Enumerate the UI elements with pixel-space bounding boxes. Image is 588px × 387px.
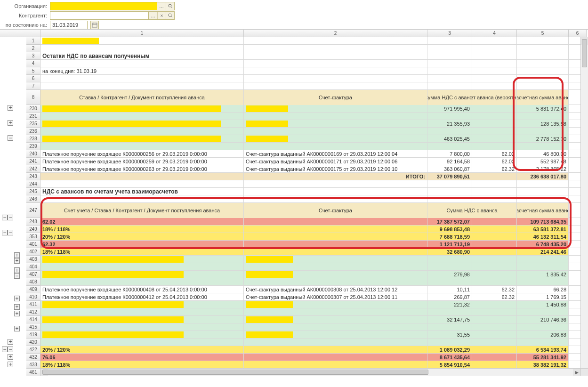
app-root: { "filters":{ "org_label":"Организация:"… (0, 0, 588, 387)
row-number[interactable]: 248 (26, 218, 40, 226)
collapse-btn[interactable]: − (8, 135, 13, 141)
row-number[interactable]: 403 (26, 256, 40, 263)
horizontal-scrollbar[interactable]: ◀ ▶ (40, 368, 580, 376)
row-number[interactable]: 409 (26, 286, 40, 293)
org-search-btn[interactable] (166, 2, 174, 10)
table-row (40, 143, 588, 150)
expand-btn[interactable]: + (14, 326, 20, 331)
row-number[interactable]: 231 (26, 113, 40, 120)
row-number[interactable]: 2 (26, 45, 40, 52)
table-row: 18% / 118%32 680,90214 241,46 (40, 248, 588, 256)
col-header[interactable]: 4 (472, 30, 517, 37)
col-header[interactable]: 1 (40, 30, 244, 37)
row-number[interactable]: 433 (26, 361, 40, 369)
row-number[interactable]: 7 (26, 82, 40, 90)
collapse-btn[interactable]: − (14, 273, 20, 279)
table-row: Счет учета / Ставка / Контрагент / Докум… (40, 203, 588, 218)
row-number[interactable]: 412 (26, 308, 40, 316)
row-number[interactable]: 3 (26, 52, 40, 60)
contr-input[interactable]: … × (50, 11, 175, 20)
row-number[interactable]: 241 (26, 158, 40, 165)
date-input[interactable]: 31.03.2019 (50, 21, 88, 29)
row-number[interactable]: 1 (26, 37, 40, 45)
row-number[interactable]: 240 (26, 150, 40, 158)
row-number[interactable]: 245 (26, 188, 40, 195)
expand-btn[interactable]: + (8, 105, 13, 111)
vertical-scrollbar[interactable]: ▲ ▼ (580, 37, 588, 376)
contr-clear-btn[interactable]: × (157, 12, 166, 19)
row-number[interactable]: 414 (26, 316, 40, 323)
calendar-btn[interactable] (90, 21, 99, 29)
scroll-right-btn[interactable]: ▶ (573, 369, 580, 376)
row-number[interactable]: 410 (26, 293, 40, 301)
hscroll-thumb[interactable] (42, 370, 428, 375)
row-number[interactable]: 401 (26, 241, 40, 248)
row-number[interactable]: 247 (26, 203, 40, 218)
row-number[interactable]: 239 (26, 143, 40, 150)
row-number[interactable]: 402 (26, 248, 40, 256)
expand-btn[interactable]: + (14, 304, 20, 310)
collapse-btn[interactable]: − (8, 347, 13, 352)
row-number[interactable]: 5 (26, 67, 40, 75)
table-row: на конец дня: 31.03.19 (40, 67, 588, 75)
org-input[interactable]: … (50, 2, 175, 10)
col-header[interactable]: 6 (569, 30, 587, 37)
expand-btn[interactable]: + (14, 311, 20, 316)
expand-btn[interactable]: + (8, 362, 13, 367)
col-header[interactable]: 5 (517, 30, 569, 37)
search-icon (168, 13, 173, 18)
row-number[interactable]: 419 (26, 331, 40, 339)
table-row: 32 147,75210 746,36 (40, 316, 588, 323)
col-header[interactable]: 3 (427, 30, 472, 37)
table-row (40, 180, 588, 188)
row-number[interactable]: 246 (26, 195, 40, 203)
expand-btn[interactable]: + (8, 339, 13, 345)
contr-select-btn[interactable]: … (149, 12, 157, 19)
row-number[interactable]: 6 (26, 75, 40, 82)
contr-search-btn[interactable] (166, 12, 174, 19)
table-row (40, 323, 588, 331)
row-number[interactable]: 4 (26, 60, 40, 67)
row-number[interactable]: 432 (26, 354, 40, 361)
row-number[interactable]: 353 (26, 233, 40, 241)
expand-btn[interactable]: + (14, 258, 20, 264)
row-number[interactable]: 236 (26, 128, 40, 135)
row-number[interactable]: 243 (26, 173, 40, 180)
table-row: 76.068 671 435,6455 281 341,92 (40, 354, 588, 361)
table-row (40, 60, 588, 67)
row-number[interactable]: 249 (26, 226, 40, 233)
row-number[interactable]: 244 (26, 180, 40, 188)
org-select-btn[interactable]: … (157, 2, 166, 10)
table-row: 18% / 118%9 698 853,4863 581 372,81 (40, 226, 588, 233)
expand-btn[interactable]: + (8, 120, 13, 126)
row-number[interactable]: 8 (26, 90, 40, 105)
expand-btn[interactable]: + (8, 354, 13, 360)
row-number[interactable]: 415 (26, 323, 40, 331)
row-number[interactable]: 238 (26, 135, 40, 143)
collapse-btn[interactable]: − (2, 230, 8, 235)
col-header[interactable]: 2 (244, 30, 427, 37)
collapse-btn[interactable]: − (8, 215, 13, 220)
table-row: 18% / 118%5 854 910,5438 382 191,32 (40, 361, 588, 369)
expand-btn[interactable]: + (14, 296, 20, 301)
table-row: ИТОГО:37 079 890,51236 638 017,80 (40, 173, 588, 180)
row-number[interactable]: 408 (26, 278, 40, 286)
sheet-area: 123456 Остатки НДС по авансам полученным… (40, 30, 588, 376)
row-number[interactable]: 411 (26, 301, 40, 308)
collapse-btn[interactable]: − (8, 230, 13, 235)
row-number[interactable]: 420 (26, 339, 40, 346)
collapse-btn[interactable]: − (2, 215, 8, 220)
row-number[interactable]: 404 (26, 263, 40, 271)
row-number[interactable]: 235 (26, 120, 40, 128)
scroll-thumb[interactable] (582, 39, 587, 67)
table-row (40, 256, 588, 263)
row-number[interactable]: 407 (26, 271, 40, 278)
row-number[interactable]: 230 (26, 105, 40, 113)
row-number[interactable]: 461 (26, 369, 40, 376)
collapse-btn[interactable]: − (2, 347, 8, 352)
table-row (40, 82, 588, 90)
row-number[interactable]: 242 (26, 165, 40, 173)
table-row: 221,321 450,88 (40, 301, 588, 308)
row-number[interactable]: 422 (26, 346, 40, 354)
table-row: 20% / 120%1 089 032,296 534 193,74 (40, 346, 588, 354)
